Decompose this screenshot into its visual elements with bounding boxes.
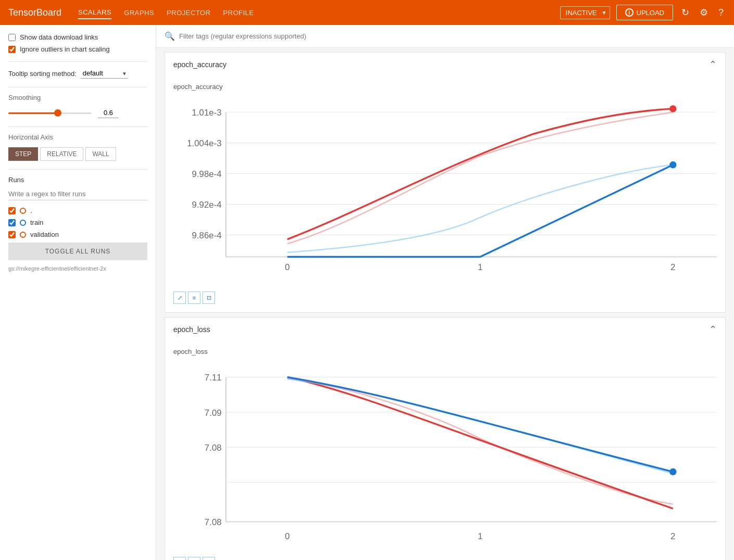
chart-data-btn-accuracy[interactable]: ≡ xyxy=(188,291,200,304)
section-epoch-loss: epoch_loss ⌃ epoch_loss xyxy=(164,317,726,560)
display-options: Show data download links Ignore outliers… xyxy=(8,33,147,53)
section-body-epoch-loss: epoch_loss 7.11 xyxy=(165,341,725,560)
run-row-validation: validation xyxy=(8,231,147,238)
svg-text:1.004e-3: 1.004e-3 xyxy=(187,138,221,148)
smoothing-section: Smoothing xyxy=(8,94,147,118)
run-checkbox-dot[interactable] xyxy=(8,207,16,214)
axis-btn-wall[interactable]: WALL xyxy=(85,147,116,161)
help-button[interactable]: ? xyxy=(716,5,726,20)
tooltip-select-wrapper[interactable]: default ascending descending ▼ xyxy=(81,68,128,79)
smoothing-row xyxy=(8,108,147,118)
runs-title: Runs xyxy=(8,176,147,184)
tooltip-section: Tooltip sorting method: default ascendin… xyxy=(8,68,147,79)
divider-1 xyxy=(8,61,147,62)
smoothing-title: Smoothing xyxy=(8,94,147,101)
filter-tags-input[interactable] xyxy=(179,32,726,40)
chart-data-btn-loss[interactable]: ≡ xyxy=(188,557,200,560)
chart-svg-epoch-accuracy: 1.01e-3 1.004e-3 9.98e-4 9.92e-4 9.86e-4… xyxy=(173,95,717,287)
status-select[interactable]: INACTIVE ACTIVE xyxy=(560,6,610,19)
run-circle-train xyxy=(20,220,26,226)
run-label-dot: . xyxy=(30,207,32,214)
ignore-outliers-checkbox[interactable] xyxy=(8,46,16,53)
run-row-train: train xyxy=(8,219,147,226)
svg-text:7.09: 7.09 xyxy=(205,408,222,418)
topnav: TensorBoard SCALARS GRAPHS PROJECTOR PRO… xyxy=(0,0,734,25)
show-download-checkbox[interactable] xyxy=(8,34,16,41)
smoothing-value-input[interactable] xyxy=(98,108,119,118)
svg-text:1.01e-3: 1.01e-3 xyxy=(192,108,222,118)
svg-text:7.08: 7.08 xyxy=(205,518,222,528)
svg-text:2: 2 xyxy=(670,262,675,272)
filter-bar: 🔍 xyxy=(156,25,734,48)
search-icon: 🔍 xyxy=(164,31,175,41)
section-epoch-accuracy: epoch_accuracy ⌃ epoch_accuracy xyxy=(164,52,726,313)
tooltip-row: Tooltip sorting method: default ascendin… xyxy=(8,68,147,79)
tooltip-label: Tooltip sorting method: xyxy=(8,70,77,78)
divider-2 xyxy=(8,87,147,87)
horizontal-axis-section: Horizontal Axis STEP RELATIVE WALL xyxy=(8,133,147,161)
section-header-epoch-accuracy[interactable]: epoch_accuracy ⌃ xyxy=(165,53,725,77)
sections-container: epoch_accuracy ⌃ epoch_accuracy xyxy=(156,48,734,560)
chart-expand-btn-loss[interactable]: ⤢ xyxy=(173,557,186,560)
divider-3 xyxy=(8,126,147,127)
upload-button[interactable]: i UPLOAD xyxy=(616,5,673,20)
svg-text:9.86e-4: 9.86e-4 xyxy=(192,231,222,240)
svg-point-17 xyxy=(669,161,676,168)
section-chevron-epoch-accuracy: ⌃ xyxy=(709,59,717,70)
runs-section: Runs . train validation TOGGLE ALL RUNS … xyxy=(8,176,147,272)
show-download-label: Show data download links xyxy=(20,33,98,41)
brand-logo: TensorBoard xyxy=(8,7,61,18)
run-circle-validation xyxy=(20,232,26,238)
svg-point-32 xyxy=(669,468,676,475)
svg-text:0: 0 xyxy=(285,262,289,272)
chart-zoom-btn-loss[interactable]: ⊡ xyxy=(203,557,215,560)
chart-icons-epoch-loss: ⤢ ≡ ⊡ xyxy=(173,557,717,560)
svg-text:0: 0 xyxy=(285,532,289,542)
chart-icons-epoch-accuracy: ⤢ ≡ ⊡ xyxy=(173,291,717,304)
main-content: 🔍 epoch_accuracy ⌃ epoch_accuracy xyxy=(156,25,734,560)
section-title-epoch-accuracy: epoch_accuracy xyxy=(173,60,226,69)
run-checkbox-validation[interactable] xyxy=(8,231,16,238)
main-layout: Show data download links Ignore outliers… xyxy=(0,25,734,560)
settings-button[interactable]: ⚙ xyxy=(698,5,710,20)
chart-expand-btn-accuracy[interactable]: ⤢ xyxy=(173,291,186,304)
toggle-all-runs-button[interactable]: TOGGLE ALL RUNS xyxy=(8,243,147,260)
topnav-right: INACTIVE ACTIVE ▼ i UPLOAD ↻ ⚙ ? xyxy=(560,5,726,20)
svg-text:7.11: 7.11 xyxy=(205,373,222,383)
nav-projector[interactable]: PROJECTOR xyxy=(167,7,210,19)
refresh-button[interactable]: ↻ xyxy=(679,5,691,20)
status-dropdown-wrapper[interactable]: INACTIVE ACTIVE ▼ xyxy=(560,6,610,19)
run-checkbox-train[interactable] xyxy=(8,219,16,226)
nav-scalars[interactable]: SCALARS xyxy=(78,6,111,19)
run-path: gs://mikegre-efficientnet/efficientnet-2… xyxy=(8,265,147,272)
svg-text:1: 1 xyxy=(478,532,483,542)
svg-point-16 xyxy=(669,105,676,112)
nav-profile[interactable]: PROFILE xyxy=(223,7,254,19)
section-body-epoch-accuracy: epoch_accuracy xyxy=(165,77,725,312)
svg-text:7.08: 7.08 xyxy=(205,443,222,453)
axis-btn-step[interactable]: STEP xyxy=(8,147,38,161)
svg-text:1: 1 xyxy=(478,262,483,272)
run-label-train: train xyxy=(30,219,43,226)
smoothing-slider[interactable] xyxy=(8,112,92,114)
chart-zoom-btn-accuracy[interactable]: ⊡ xyxy=(203,291,215,304)
section-title-epoch-loss: epoch_loss xyxy=(173,325,210,334)
chart-title-epoch-accuracy: epoch_accuracy xyxy=(173,83,717,91)
chart-svg-epoch-loss: 7.11 7.09 7.08 7.08 0 1 2 xyxy=(173,360,717,552)
section-chevron-epoch-loss: ⌃ xyxy=(709,324,717,335)
axis-btn-relative[interactable]: RELATIVE xyxy=(40,147,83,161)
run-label-validation: validation xyxy=(30,231,59,238)
upload-info-icon: i xyxy=(625,8,634,17)
run-circle-dot xyxy=(20,208,26,214)
show-download-row: Show data download links xyxy=(8,33,147,41)
nav-graphs[interactable]: GRAPHS xyxy=(124,7,154,19)
run-row-dot: . xyxy=(8,207,147,214)
section-header-epoch-loss[interactable]: epoch_loss ⌃ xyxy=(165,317,725,341)
horizontal-axis-title: Horizontal Axis xyxy=(8,133,147,141)
ignore-outliers-label: Ignore outliers in chart scaling xyxy=(20,45,110,53)
svg-text:2: 2 xyxy=(670,532,675,542)
runs-filter-input[interactable] xyxy=(8,188,147,200)
svg-text:9.92e-4: 9.92e-4 xyxy=(192,200,222,210)
ignore-outliers-row: Ignore outliers in chart scaling xyxy=(8,45,147,53)
tooltip-select[interactable]: default ascending descending xyxy=(81,68,128,79)
